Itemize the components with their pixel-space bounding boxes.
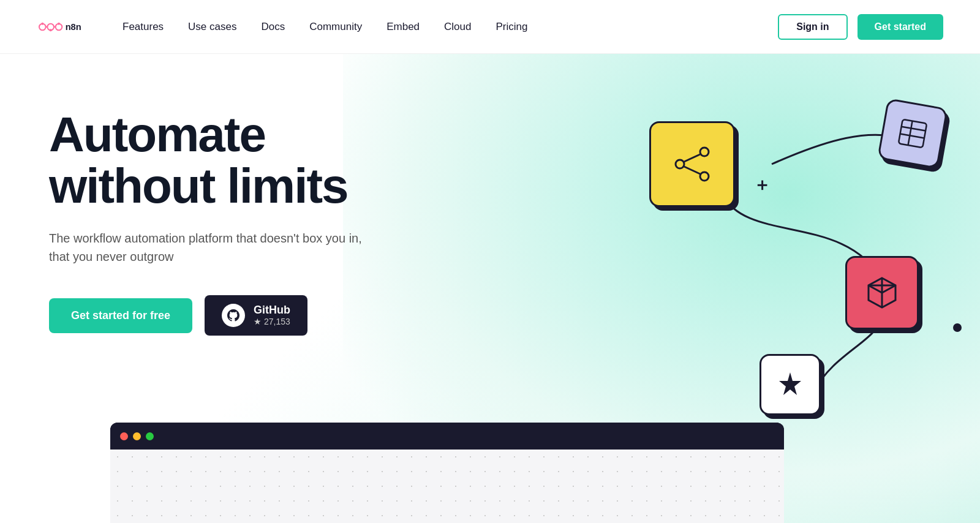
hero-buttons: Get started for free GitHub ★ 27,153 (49, 295, 429, 336)
github-label: GitHub (254, 304, 290, 317)
nav-links: Features Use cases Docs Community Embed … (123, 21, 778, 33)
hero-section: Automate without limits The workflow aut… (0, 54, 980, 523)
nav-use-cases[interactable]: Use cases (188, 21, 236, 33)
browser-mockup (110, 423, 784, 523)
hero-cta-button[interactable]: Get started for free (49, 298, 192, 333)
nav-pricing[interactable]: Pricing (496, 21, 527, 33)
nav-features[interactable]: Features (123, 21, 164, 33)
signin-button[interactable]: Sign in (778, 14, 847, 40)
hero-content: Automate without limits The workflow aut… (0, 54, 429, 336)
github-button[interactable]: GitHub ★ 27,153 (205, 295, 307, 336)
nav-community[interactable]: Community (309, 21, 362, 33)
github-stars: ★ 27,153 (254, 317, 290, 326)
nav-docs[interactable]: Docs (261, 21, 285, 33)
nav-cloud[interactable]: Cloud (444, 21, 471, 33)
hero-title: Automate without limits (49, 109, 429, 212)
hero-subtitle: The workflow automation platform that do… (49, 229, 368, 266)
github-info: GitHub ★ 27,153 (254, 304, 290, 326)
browser-dot-red (120, 432, 128, 440)
navbar: n8n Features Use cases Docs Community Em… (0, 0, 980, 54)
svg-text:n8n: n8n (66, 22, 81, 32)
nav-embed[interactable]: Embed (386, 21, 420, 33)
svg-point-5 (41, 22, 43, 24)
svg-point-6 (50, 29, 52, 31)
nav-actions: Sign in Get started (778, 14, 943, 40)
browser-dot-green (146, 432, 154, 440)
logo[interactable]: n8n (37, 15, 86, 39)
browser-bar (110, 423, 784, 450)
browser-content (110, 450, 784, 523)
getstarted-nav-button[interactable]: Get started (858, 14, 943, 40)
svg-point-7 (58, 22, 60, 24)
browser-dot-yellow (133, 432, 141, 440)
github-icon (222, 304, 245, 327)
